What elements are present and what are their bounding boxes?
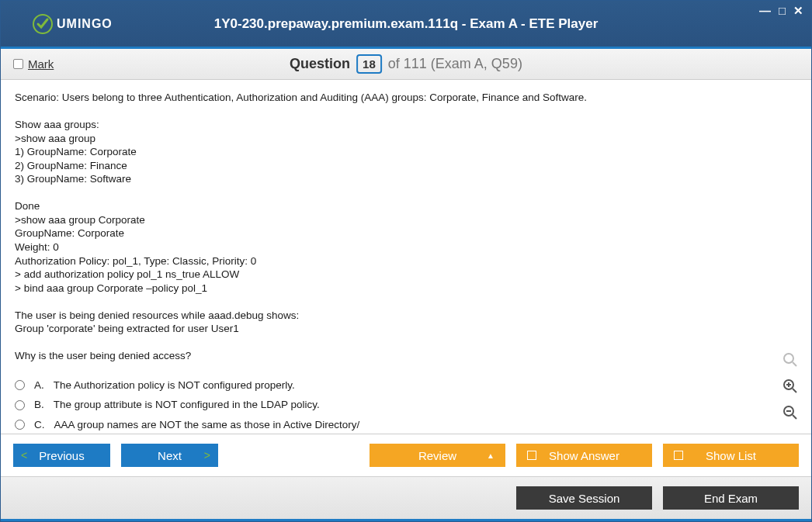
button-label: Review bbox=[418, 449, 456, 462]
option-letter: A. bbox=[34, 379, 44, 392]
review-button[interactable]: Review ▲ bbox=[370, 444, 505, 467]
maximize-icon[interactable]: □ bbox=[777, 4, 787, 18]
minimize-icon[interactable]: — bbox=[758, 4, 772, 18]
option-b[interactable]: B. The group attribute is NOT configured… bbox=[15, 398, 797, 412]
button-label: Save Session bbox=[549, 492, 620, 505]
radio-icon bbox=[15, 380, 25, 390]
show-answer-button[interactable]: Show Answer bbox=[516, 444, 652, 467]
save-session-button[interactable]: Save Session bbox=[516, 486, 652, 510]
footer: < Previous Next > Review ▲ Show Answer S… bbox=[1, 434, 811, 521]
checkbox-icon bbox=[13, 59, 23, 69]
question-content: Scenario: Users belong to three Authenti… bbox=[1, 80, 811, 434]
radio-icon bbox=[15, 400, 25, 410]
footer-bottom-row: Save Session End Exam bbox=[1, 476, 811, 521]
window-controls: — □ ✕ bbox=[758, 4, 805, 18]
search-icon[interactable] bbox=[780, 350, 800, 370]
chevron-left-icon: < bbox=[21, 449, 27, 462]
close-icon[interactable]: ✕ bbox=[792, 4, 805, 18]
brand-logo: UMINGO bbox=[32, 13, 113, 35]
question-header: Mark Question 18 of 111 (Exam A, Q59) bbox=[1, 49, 811, 80]
footer-top-row: < Previous Next > Review ▲ Show Answer S… bbox=[1, 434, 811, 476]
checkmark-icon bbox=[32, 13, 54, 35]
radio-icon bbox=[15, 420, 25, 430]
svg-line-4 bbox=[793, 389, 796, 392]
next-button[interactable]: Next > bbox=[121, 444, 218, 467]
option-text: AAA group names are NOT the same as thos… bbox=[54, 418, 360, 432]
title-bar: UMINGO 1Y0-230.prepaway.premium.exam.111… bbox=[1, 1, 811, 49]
svg-line-2 bbox=[793, 362, 796, 366]
mark-label: Mark bbox=[28, 57, 54, 71]
zoom-in-icon[interactable] bbox=[780, 376, 800, 396]
show-list-button[interactable]: Show List bbox=[663, 444, 799, 467]
question-total: of 111 (Exam A, Q59) bbox=[388, 56, 522, 72]
question-number: 18 bbox=[356, 54, 382, 74]
option-text: The group attribute is NOT configured in… bbox=[54, 398, 320, 412]
question-word: Question bbox=[290, 56, 350, 72]
button-label: Show Answer bbox=[549, 449, 619, 462]
end-exam-button[interactable]: End Exam bbox=[663, 486, 799, 510]
window-title: 1Y0-230.prepaway.premium.exam.111q - Exa… bbox=[214, 16, 599, 32]
button-label: Show List bbox=[706, 449, 756, 462]
option-c[interactable]: C. AAA group names are NOT the same as t… bbox=[15, 418, 797, 432]
option-a[interactable]: A. The Authorization policy is NOT confi… bbox=[15, 379, 797, 392]
brand-text: UMINGO bbox=[57, 17, 113, 31]
button-label: End Exam bbox=[704, 492, 758, 505]
option-letter: B. bbox=[34, 398, 44, 412]
chevron-right-icon: > bbox=[204, 449, 210, 462]
svg-line-8 bbox=[793, 415, 796, 419]
app-window: UMINGO 1Y0-230.prepaway.premium.exam.111… bbox=[0, 0, 812, 522]
question-progress: Question 18 of 111 (Exam A, Q59) bbox=[290, 54, 522, 74]
checkbox-icon bbox=[674, 451, 683, 460]
triangle-up-icon: ▲ bbox=[487, 451, 494, 460]
question-text: Scenario: Users belong to three Authenti… bbox=[15, 91, 797, 363]
button-label: Previous bbox=[39, 449, 84, 462]
zoom-out-icon[interactable] bbox=[780, 403, 800, 423]
zoom-tools bbox=[780, 350, 800, 423]
checkbox-icon bbox=[527, 451, 536, 460]
previous-button[interactable]: < Previous bbox=[13, 444, 110, 467]
option-text: The Authorization policy is NOT configur… bbox=[54, 379, 295, 392]
option-letter: C. bbox=[34, 418, 45, 432]
button-label: Next bbox=[158, 449, 182, 462]
answer-options: A. The Authorization policy is NOT confi… bbox=[15, 379, 797, 434]
mark-checkbox[interactable]: Mark bbox=[13, 57, 54, 71]
svg-point-1 bbox=[784, 354, 793, 363]
